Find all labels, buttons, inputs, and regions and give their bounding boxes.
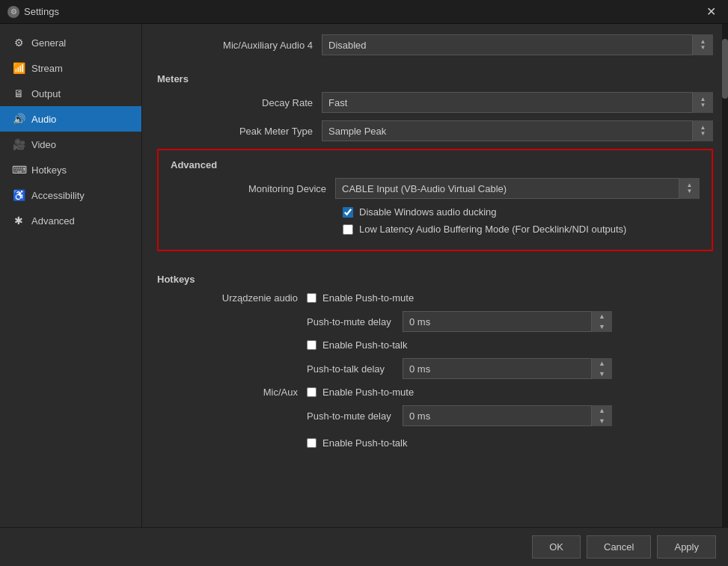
mic-aux-push-mute-checkbox[interactable] bbox=[307, 387, 316, 397]
sidebar-item-stream[interactable]: 📶 Stream bbox=[0, 55, 141, 81]
low-latency-checkbox[interactable] bbox=[343, 224, 353, 235]
mic-aux4-select-wrapper: Disabled ▲ ▼ bbox=[322, 34, 713, 55]
close-button[interactable]: ✕ bbox=[702, 3, 721, 20]
decay-rate-label: Decay Rate bbox=[157, 97, 322, 108]
push-talk-delay-arrows: ▲ ▼ bbox=[591, 358, 612, 379]
advanced-icon: ✱ bbox=[12, 215, 25, 227]
push-mute-delay-input[interactable] bbox=[403, 311, 612, 332]
mic-aux-push-mute-delay-spin: ▲ ▼ bbox=[403, 405, 612, 426]
sidebar-label-general: General bbox=[31, 37, 66, 49]
sidebar-label-audio: Audio bbox=[31, 114, 56, 125]
disable-ducking-label: Disable Windows audio ducking bbox=[359, 206, 497, 218]
sidebar-item-video[interactable]: 🎥 Video bbox=[0, 132, 141, 157]
hotkeys-icon: ⌨ bbox=[12, 164, 25, 176]
monitoring-device-row: Monitoring Device CABLE Input (VB-Audio … bbox=[171, 178, 700, 199]
scrollbar-thumb[interactable] bbox=[722, 39, 728, 99]
title-bar-left: ⚙ Settings bbox=[7, 6, 59, 18]
mic-aux-push-mute-delay-label: Push-to-mute delay bbox=[307, 410, 397, 422]
meters-section-title: Meters bbox=[157, 63, 713, 92]
monitoring-device-select[interactable]: CABLE Input (VB-Audio Virtual Cable) bbox=[335, 178, 700, 199]
push-talk-delay-spin: ▲ ▼ bbox=[403, 358, 612, 379]
urz-audio-label: Urządzenie audio bbox=[157, 292, 307, 304]
hotkeys-section-title: Hotkeys bbox=[157, 263, 713, 292]
mic-aux4-select[interactable]: Disabled bbox=[322, 34, 713, 55]
mic-aux-enable-mute-field: Enable Push-to-mute bbox=[307, 387, 713, 398]
gear-icon: ⚙ bbox=[12, 37, 25, 49]
mic-aux-push-mute-label: Enable Push-to-mute bbox=[322, 387, 414, 398]
urz-push-mute-label: Enable Push-to-mute bbox=[322, 292, 414, 304]
urz-push-mute-checkbox[interactable] bbox=[307, 293, 316, 303]
mic-aux-push-mute-delay-arrows: ▲ ▼ bbox=[591, 405, 612, 426]
push-talk-delay-row: Push-to-talk delay ▲ ▼ bbox=[157, 358, 713, 379]
accessibility-icon: ♿ bbox=[12, 189, 25, 201]
mic-aux-label: Mic/Aux bbox=[157, 387, 307, 398]
urz-enable-talk-row: Enable Push-to-talk bbox=[157, 339, 713, 351]
mic-aux-group: Mic/Aux Enable Push-to-mute Push-to-mute… bbox=[157, 387, 713, 452]
advanced-section-title: Advanced bbox=[171, 159, 700, 178]
video-icon: 🎥 bbox=[12, 138, 25, 150]
peak-meter-label: Peak Meter Type bbox=[157, 126, 322, 137]
urz-enable-mute-row: Urządzenie audio Enable Push-to-mute bbox=[157, 292, 713, 304]
urz-audio-group: Urządzenie audio Enable Push-to-mute Pus… bbox=[157, 292, 713, 379]
sidebar-label-advanced: Advanced bbox=[31, 215, 75, 227]
mic-aux-push-mute-delay-row: Push-to-mute delay ▲ ▼ bbox=[157, 405, 713, 426]
sidebar-item-general[interactable]: ⚙ General bbox=[0, 30, 141, 55]
low-latency-label: Low Latency Audio Buffering Mode (For De… bbox=[359, 224, 626, 235]
mic-aux-push-talk-label: Enable Push-to-talk bbox=[322, 437, 407, 449]
push-mute-delay-down[interactable]: ▼ bbox=[592, 322, 612, 332]
push-mute-delay-up[interactable]: ▲ bbox=[592, 311, 612, 322]
push-talk-delay-down[interactable]: ▼ bbox=[592, 369, 612, 379]
mic-aux-push-mute-delay-down[interactable]: ▼ bbox=[592, 416, 612, 426]
push-talk-delay-label: Push-to-talk delay bbox=[307, 363, 397, 375]
sidebar-label-stream: Stream bbox=[31, 63, 63, 74]
push-mute-delay-row: Push-to-mute delay ▲ ▼ bbox=[157, 311, 713, 332]
sidebar-item-advanced[interactable]: ✱ Advanced bbox=[0, 208, 141, 233]
urz-enable-talk-field: Enable Push-to-talk bbox=[307, 339, 713, 351]
mic-aux4-label: Mic/Auxiliary Audio 4 bbox=[157, 40, 322, 51]
disable-ducking-row: Disable Windows audio ducking bbox=[335, 206, 700, 218]
peak-meter-select[interactable]: Sample Peak True Peak bbox=[322, 120, 713, 141]
cancel-button[interactable]: Cancel bbox=[587, 535, 651, 559]
sidebar-item-hotkeys[interactable]: ⌨ Hotkeys bbox=[0, 157, 141, 182]
mic-aux-enable-mute-row: Mic/Aux Enable Push-to-mute bbox=[157, 387, 713, 398]
sidebar-label-hotkeys: Hotkeys bbox=[31, 164, 67, 176]
sidebar-label-accessibility: Accessibility bbox=[31, 190, 85, 201]
urz-enable-mute-field: Enable Push-to-mute bbox=[307, 292, 713, 304]
footer: OK Cancel Apply bbox=[0, 527, 728, 566]
title-bar: ⚙ Settings ✕ bbox=[0, 0, 728, 24]
sidebar-item-audio[interactable]: 🔊 Audio bbox=[0, 106, 141, 132]
urz-push-talk-label: Enable Push-to-talk bbox=[322, 339, 407, 351]
main-layout: ⚙ General 📶 Stream 🖥 Output 🔊 Audio 🎥 Vi… bbox=[0, 24, 728, 527]
sidebar: ⚙ General 📶 Stream 🖥 Output 🔊 Audio 🎥 Vi… bbox=[0, 24, 142, 527]
mic-aux-push-mute-delay-input[interactable] bbox=[403, 405, 612, 426]
audio-icon: 🔊 bbox=[12, 113, 25, 125]
decay-rate-select[interactable]: Fast Medium Slow bbox=[322, 92, 713, 113]
scrollbar-track[interactable] bbox=[722, 24, 728, 527]
mic-aux-push-mute-delay-up[interactable]: ▲ bbox=[592, 405, 612, 416]
content-area: Mic/Auxiliary Audio 4 Disabled ▲ ▼ Meter… bbox=[142, 24, 728, 527]
mic-aux-enable-talk-row: Enable Push-to-talk bbox=[157, 434, 713, 452]
apply-button[interactable]: Apply bbox=[657, 535, 716, 559]
decay-rate-select-wrapper: Fast Medium Slow ▲ ▼ bbox=[322, 92, 713, 113]
push-talk-delay-input[interactable] bbox=[403, 358, 612, 379]
push-talk-delay-up[interactable]: ▲ bbox=[592, 358, 612, 369]
sidebar-label-output: Output bbox=[31, 88, 61, 99]
disable-ducking-checkbox[interactable] bbox=[343, 207, 353, 218]
peak-meter-row: Peak Meter Type Sample Peak True Peak ▲ … bbox=[157, 120, 713, 141]
sidebar-item-output[interactable]: 🖥 Output bbox=[0, 81, 141, 106]
push-mute-delay-spin: ▲ ▼ bbox=[403, 311, 612, 332]
monitoring-device-select-wrapper: CABLE Input (VB-Audio Virtual Cable) ▲ ▼ bbox=[335, 178, 700, 199]
sidebar-item-accessibility[interactable]: ♿ Accessibility bbox=[0, 182, 141, 208]
push-mute-delay-label: Push-to-mute delay bbox=[307, 316, 397, 327]
stream-icon: 📶 bbox=[12, 62, 25, 74]
output-icon: 🖥 bbox=[12, 87, 25, 99]
monitoring-device-label: Monitoring Device bbox=[171, 183, 335, 194]
window-title: Settings bbox=[24, 6, 59, 17]
low-latency-row: Low Latency Audio Buffering Mode (For De… bbox=[335, 224, 700, 235]
peak-meter-select-wrapper: Sample Peak True Peak ▲ ▼ bbox=[322, 120, 713, 141]
mic-aux-push-talk-checkbox[interactable] bbox=[307, 438, 316, 448]
decay-rate-row: Decay Rate Fast Medium Slow ▲ ▼ bbox=[157, 92, 713, 113]
ok-button[interactable]: OK bbox=[532, 535, 581, 559]
advanced-section: Advanced Monitoring Device CABLE Input (… bbox=[157, 149, 713, 251]
urz-push-talk-checkbox[interactable] bbox=[307, 340, 316, 350]
